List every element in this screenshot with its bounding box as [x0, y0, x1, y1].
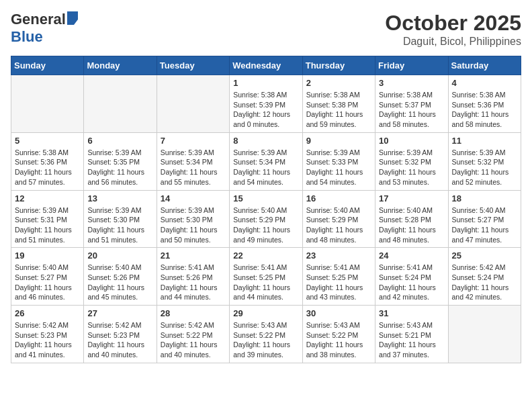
day-number-22: 22	[233, 250, 298, 261]
day-info-21: Sunrise: 5:41 AM Sunset: 5:26 PM Dayligh…	[161, 263, 226, 302]
day-number-15: 15	[233, 193, 298, 203]
day-info-26: Sunrise: 5:42 AM Sunset: 5:23 PM Dayligh…	[15, 320, 80, 360]
day-info-12: Sunrise: 5:39 AM Sunset: 5:31 PM Dayligh…	[15, 205, 80, 245]
day-info-2: Sunrise: 5:38 AM Sunset: 5:38 PM Dayligh…	[306, 90, 371, 130]
day-number-16: 16	[306, 193, 371, 203]
day-number-23: 23	[306, 250, 371, 261]
day-info-3: Sunrise: 5:38 AM Sunset: 5:37 PM Dayligh…	[379, 90, 444, 130]
calendar-cell-16: 14Sunrise: 5:39 AM Sunset: 5:30 PM Dayli…	[157, 190, 229, 248]
day-number-10: 10	[379, 136, 444, 146]
header-tuesday: Tuesday	[157, 56, 229, 75]
day-info-22: Sunrise: 5:41 AM Sunset: 5:25 PM Dayligh…	[233, 263, 298, 302]
calendar-week-2: 5Sunrise: 5:38 AM Sunset: 5:36 PM Daylig…	[11, 132, 521, 190]
day-info-30: Sunrise: 5:43 AM Sunset: 5:22 PM Dayligh…	[306, 320, 371, 360]
calendar-cell-33: 31Sunrise: 5:43 AM Sunset: 5:21 PM Dayli…	[375, 306, 448, 363]
calendar-cell-25: 23Sunrise: 5:41 AM Sunset: 5:25 PM Dayli…	[302, 248, 375, 306]
calendar-cell-6: 4Sunrise: 5:38 AM Sunset: 5:36 PM Daylig…	[448, 75, 521, 133]
day-number-27: 27	[87, 308, 152, 318]
calendar-cell-32: 30Sunrise: 5:43 AM Sunset: 5:22 PM Dayli…	[302, 306, 375, 363]
calendar-cell-4: 2Sunrise: 5:38 AM Sunset: 5:38 PM Daylig…	[302, 75, 375, 133]
day-info-4: Sunrise: 5:38 AM Sunset: 5:36 PM Dayligh…	[452, 90, 517, 130]
page-header: General Blue October 2025 Daguit, Bicol,…	[11, 11, 521, 48]
day-info-25: Sunrise: 5:42 AM Sunset: 5:24 PM Dayligh…	[452, 263, 517, 302]
calendar-cell-17: 15Sunrise: 5:40 AM Sunset: 5:29 PM Dayli…	[230, 190, 302, 248]
day-number-7: 7	[161, 136, 226, 146]
calendar-cell-15: 13Sunrise: 5:39 AM Sunset: 5:30 PM Dayli…	[84, 190, 157, 248]
calendar-cell-9: 7Sunrise: 5:39 AM Sunset: 5:34 PM Daylig…	[157, 132, 229, 190]
day-info-16: Sunrise: 5:40 AM Sunset: 5:29 PM Dayligh…	[306, 205, 371, 245]
day-info-18: Sunrise: 5:40 AM Sunset: 5:27 PM Dayligh…	[452, 205, 517, 245]
day-number-31: 31	[379, 308, 444, 318]
header-sunday: Sunday	[11, 56, 84, 75]
day-number-6: 6	[87, 136, 152, 146]
calendar-cell-23: 21Sunrise: 5:41 AM Sunset: 5:26 PM Dayli…	[157, 248, 229, 306]
header-wednesday: Wednesday	[230, 56, 302, 75]
day-info-29: Sunrise: 5:43 AM Sunset: 5:22 PM Dayligh…	[233, 320, 298, 360]
day-number-12: 12	[15, 193, 80, 203]
day-number-28: 28	[161, 308, 226, 318]
day-number-19: 19	[15, 250, 80, 261]
calendar-cell-34	[448, 306, 521, 363]
calendar-cell-5: 3Sunrise: 5:38 AM Sunset: 5:37 PM Daylig…	[375, 75, 448, 133]
calendar-cell-7: 5Sunrise: 5:38 AM Sunset: 5:36 PM Daylig…	[11, 132, 84, 190]
logo-blue-text: Blue	[11, 28, 43, 45]
location: Daguit, Bicol, Philippines	[385, 36, 521, 48]
logo-general-text: General	[11, 11, 66, 28]
day-number-14: 14	[161, 193, 226, 203]
day-info-8: Sunrise: 5:39 AM Sunset: 5:34 PM Dayligh…	[233, 148, 298, 187]
day-info-5: Sunrise: 5:38 AM Sunset: 5:36 PM Dayligh…	[15, 148, 80, 187]
calendar-cell-10: 8Sunrise: 5:39 AM Sunset: 5:34 PM Daylig…	[230, 132, 302, 190]
calendar-week-1: 1Sunrise: 5:38 AM Sunset: 5:39 PM Daylig…	[11, 75, 521, 133]
calendar-cell-27: 25Sunrise: 5:42 AM Sunset: 5:24 PM Dayli…	[448, 248, 521, 306]
logo-icon	[67, 11, 78, 25]
day-number-3: 3	[379, 78, 444, 88]
day-info-19: Sunrise: 5:40 AM Sunset: 5:27 PM Dayligh…	[15, 263, 80, 302]
day-number-21: 21	[161, 250, 226, 261]
day-info-9: Sunrise: 5:39 AM Sunset: 5:33 PM Dayligh…	[306, 148, 371, 187]
calendar-cell-20: 18Sunrise: 5:40 AM Sunset: 5:27 PM Dayli…	[448, 190, 521, 248]
day-number-17: 17	[379, 193, 444, 203]
day-number-13: 13	[87, 193, 152, 203]
day-info-17: Sunrise: 5:40 AM Sunset: 5:28 PM Dayligh…	[379, 205, 444, 245]
day-info-23: Sunrise: 5:41 AM Sunset: 5:25 PM Dayligh…	[306, 263, 371, 302]
day-number-26: 26	[15, 308, 80, 318]
calendar-cell-2	[157, 75, 229, 133]
day-info-11: Sunrise: 5:39 AM Sunset: 5:32 PM Dayligh…	[452, 148, 517, 187]
calendar-cell-1	[84, 75, 157, 133]
day-number-29: 29	[233, 308, 298, 318]
calendar-cell-8: 6Sunrise: 5:39 AM Sunset: 5:35 PM Daylig…	[84, 132, 157, 190]
day-info-7: Sunrise: 5:39 AM Sunset: 5:34 PM Dayligh…	[161, 148, 226, 187]
day-info-1: Sunrise: 5:38 AM Sunset: 5:39 PM Dayligh…	[233, 90, 298, 130]
day-number-9: 9	[306, 136, 371, 146]
day-number-1: 1	[233, 78, 298, 88]
day-number-24: 24	[379, 250, 444, 261]
day-info-10: Sunrise: 5:39 AM Sunset: 5:32 PM Dayligh…	[379, 148, 444, 187]
header-monday: Monday	[84, 56, 157, 75]
day-number-18: 18	[452, 193, 517, 203]
day-number-4: 4	[452, 78, 517, 88]
calendar-week-3: 12Sunrise: 5:39 AM Sunset: 5:31 PM Dayli…	[11, 190, 521, 248]
calendar-cell-18: 16Sunrise: 5:40 AM Sunset: 5:29 PM Dayli…	[302, 190, 375, 248]
day-info-20: Sunrise: 5:40 AM Sunset: 5:26 PM Dayligh…	[87, 263, 152, 302]
day-info-15: Sunrise: 5:40 AM Sunset: 5:29 PM Dayligh…	[233, 205, 298, 245]
calendar-cell-28: 26Sunrise: 5:42 AM Sunset: 5:23 PM Dayli…	[11, 306, 84, 363]
month-year: October 2025	[385, 11, 521, 36]
calendar-cell-26: 24Sunrise: 5:41 AM Sunset: 5:24 PM Dayli…	[375, 248, 448, 306]
day-info-14: Sunrise: 5:39 AM Sunset: 5:30 PM Dayligh…	[161, 205, 226, 245]
day-number-20: 20	[87, 250, 152, 261]
calendar-cell-12: 10Sunrise: 5:39 AM Sunset: 5:32 PM Dayli…	[375, 132, 448, 190]
day-info-28: Sunrise: 5:42 AM Sunset: 5:22 PM Dayligh…	[161, 320, 226, 360]
header-thursday: Thursday	[302, 56, 375, 75]
calendar-cell-3: 1Sunrise: 5:38 AM Sunset: 5:39 PM Daylig…	[230, 75, 302, 133]
calendar-cell-24: 22Sunrise: 5:41 AM Sunset: 5:25 PM Dayli…	[230, 248, 302, 306]
calendar-cell-11: 9Sunrise: 5:39 AM Sunset: 5:33 PM Daylig…	[302, 132, 375, 190]
calendar-table: Sunday Monday Tuesday Wednesday Thursday…	[11, 56, 521, 363]
day-info-6: Sunrise: 5:39 AM Sunset: 5:35 PM Dayligh…	[87, 148, 152, 187]
calendar-cell-22: 20Sunrise: 5:40 AM Sunset: 5:26 PM Dayli…	[84, 248, 157, 306]
calendar-cell-19: 17Sunrise: 5:40 AM Sunset: 5:28 PM Dayli…	[375, 190, 448, 248]
calendar-cell-0	[11, 75, 84, 133]
calendar-cell-29: 27Sunrise: 5:42 AM Sunset: 5:23 PM Dayli…	[84, 306, 157, 363]
title-section: October 2025 Daguit, Bicol, Philippines	[385, 11, 521, 48]
calendar-week-5: 26Sunrise: 5:42 AM Sunset: 5:23 PM Dayli…	[11, 306, 521, 363]
calendar-cell-30: 28Sunrise: 5:42 AM Sunset: 5:22 PM Dayli…	[157, 306, 229, 363]
